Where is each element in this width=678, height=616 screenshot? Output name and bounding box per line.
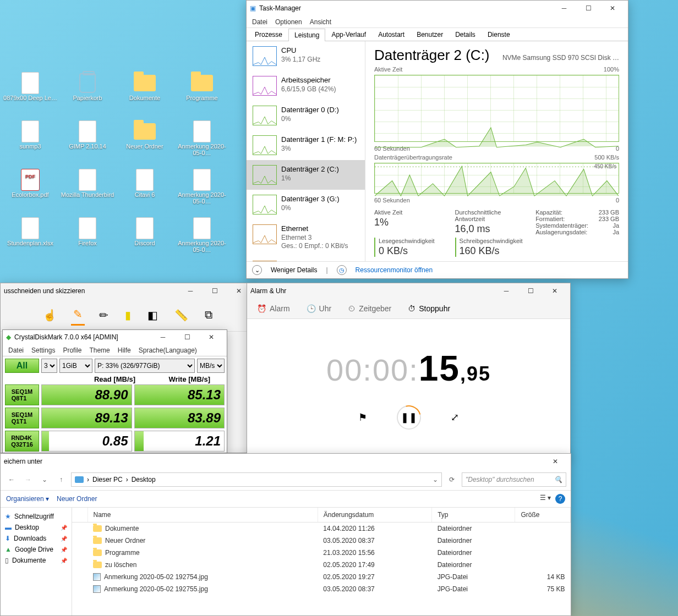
expand-button[interactable]: ⤢ bbox=[443, 405, 467, 430]
tab-details[interactable]: Details bbox=[449, 28, 482, 41]
close-button[interactable]: ✕ bbox=[543, 458, 567, 465]
run-all-button[interactable]: All bbox=[5, 359, 39, 373]
desktop-icon[interactable]: Neuer Ordner bbox=[117, 120, 172, 168]
menu-item[interactable]: Profile bbox=[63, 346, 81, 354]
maximize-button[interactable]: ☐ bbox=[518, 287, 543, 295]
sidebar-item[interactable]: Datenträger 3 (G:)0% bbox=[247, 190, 365, 219]
minimize-button[interactable]: ─ bbox=[178, 287, 203, 295]
pencil-icon[interactable]: ✏ bbox=[97, 305, 111, 325]
breadcrumb[interactable]: › Dieser PC › Desktop ⌄ bbox=[71, 472, 442, 487]
column-header[interactable]: Typ bbox=[432, 508, 515, 522]
breadcrumb-location[interactable]: Desktop bbox=[132, 476, 156, 483]
tab-uhr[interactable]: 🕒Uhr bbox=[307, 304, 332, 313]
file-row[interactable]: zu löschen02.05.2020 17:49Dateiordner bbox=[72, 559, 571, 571]
desktop-icon[interactable]: sunmp3 bbox=[3, 120, 58, 168]
menu-item[interactable]: Optionen bbox=[275, 18, 302, 26]
desktop-icon[interactable]: GIMP 2.10.14 bbox=[60, 120, 115, 168]
lap-flag-button[interactable]: ⚑ bbox=[351, 405, 375, 430]
file-row[interactable]: Programme21.03.2020 15:56Dateiordner bbox=[72, 547, 571, 559]
maximize-button[interactable]: ☐ bbox=[203, 287, 227, 295]
file-row[interactable]: Neuer Ordner03.05.2020 08:37Dateiordner bbox=[72, 535, 571, 547]
menu-item[interactable]: Ansicht bbox=[310, 18, 331, 26]
desktop-icon[interactable]: Ecolorbox.pdf bbox=[3, 168, 58, 217]
breadcrumb-pc[interactable]: Dieser PC bbox=[92, 476, 123, 483]
highlighter-icon[interactable]: ▮ bbox=[123, 305, 133, 325]
menu-item[interactable]: Hilfe bbox=[118, 346, 131, 354]
desktop-icon[interactable]: Firefox bbox=[60, 217, 115, 265]
file-row[interactable]: Anmerkung 2020-05-02 192754.jpg02.05.202… bbox=[72, 571, 571, 583]
save-titlebar[interactable]: eichern unter ✕ bbox=[1, 454, 571, 469]
desktop-icon[interactable]: Papierkorb bbox=[60, 72, 115, 120]
runs-select[interactable]: 3 bbox=[41, 359, 57, 373]
nav-item[interactable]: ▯Dokumente📌 bbox=[3, 555, 69, 566]
nav-item[interactable]: ⬇Downloads📌 bbox=[3, 533, 69, 544]
menu-item[interactable]: Sprache(Language) bbox=[139, 346, 197, 354]
maximize-button[interactable]: ☐ bbox=[576, 4, 600, 12]
column-header[interactable]: Name bbox=[88, 508, 318, 522]
new-folder-button[interactable]: Neuer Ordner bbox=[57, 495, 97, 503]
tab-dienste[interactable]: Dienste bbox=[482, 28, 516, 41]
column-header[interactable]: Änderungsdatum bbox=[318, 508, 431, 522]
desktop-icon[interactable]: Discord bbox=[117, 217, 172, 265]
unit-select[interactable]: MB/s bbox=[197, 359, 225, 373]
pen-icon[interactable]: ✎ bbox=[71, 304, 85, 326]
column-header[interactable]: Größe bbox=[515, 508, 571, 522]
sidebar-item[interactable]: Datenträger 1 (F: M: P:)3% bbox=[247, 130, 365, 160]
eraser-icon[interactable]: ◧ bbox=[145, 305, 160, 325]
desktop-icon[interactable]: Citavi 6 bbox=[117, 168, 172, 217]
tab-benutzer[interactable]: Benutzer bbox=[411, 28, 449, 41]
tab-autostart[interactable]: Autostart bbox=[372, 28, 411, 41]
resource-monitor-link[interactable]: Ressourcenmonitor öffnen bbox=[356, 266, 433, 274]
drive-select[interactable]: P: 33% (326/977GiB) bbox=[95, 359, 195, 373]
tab-app-verlauf[interactable]: App-Verlauf bbox=[325, 28, 372, 41]
desktop-icon[interactable]: Anmerkung 2020-05-0… bbox=[174, 168, 229, 217]
touch-write-icon[interactable]: ☝ bbox=[41, 305, 59, 325]
desktop-icon[interactable]: Programme bbox=[174, 72, 229, 120]
tab-prozesse[interactable]: Prozesse bbox=[249, 28, 288, 41]
up-button[interactable]: ↑ bbox=[54, 473, 68, 486]
desktop-icon[interactable]: Stundenplan.xlsx bbox=[3, 217, 58, 265]
search-input[interactable]: "Desktop" durchsuchen🔍 bbox=[462, 472, 566, 487]
maximize-button[interactable]: ☐ bbox=[175, 333, 199, 341]
forward-button[interactable]: → bbox=[21, 473, 35, 486]
breadcrumb-dropdown[interactable]: ⌄ bbox=[433, 476, 438, 483]
close-button[interactable]: ✕ bbox=[600, 4, 625, 12]
back-button[interactable]: ← bbox=[5, 473, 18, 486]
minimize-button[interactable]: ─ bbox=[151, 333, 175, 341]
desktop-icon[interactable]: Dokumente bbox=[117, 72, 172, 120]
taskmgr-titlebar[interactable]: ▣ Task-Manager ─ ☐ ✕ bbox=[247, 1, 628, 16]
nav-item[interactable]: ★Schnellzugriff bbox=[3, 511, 69, 522]
desktop-icon[interactable]: Anmerkung 2020-05-0… bbox=[174, 217, 229, 265]
tab-zeitgeber[interactable]: ⏲Zeitgeber bbox=[348, 304, 391, 313]
menu-item[interactable]: Settings bbox=[31, 346, 55, 354]
refresh-button[interactable]: ⟳ bbox=[445, 473, 458, 486]
file-row[interactable]: Dokumente14.04.2020 11:26Dateiordner bbox=[72, 522, 571, 535]
tab-alarm[interactable]: ⏰Alarm bbox=[257, 304, 290, 313]
menu-item[interactable]: Theme bbox=[89, 346, 110, 354]
sidebar-item[interactable]: Wi-Fi Direct bbox=[247, 256, 365, 261]
minimize-button[interactable]: ─ bbox=[494, 287, 518, 295]
chevron-down-icon[interactable]: ⌄ bbox=[252, 265, 262, 275]
desktop-icon[interactable]: Anmerkung 2020-05-0… bbox=[174, 120, 229, 168]
cdm-titlebar[interactable]: ◆ CrystalDiskMark 7.0.0 x64 [ADMIN] ─☐✕ bbox=[3, 330, 227, 345]
size-select[interactable]: 1GiB bbox=[59, 359, 92, 373]
desktop-icon[interactable]: Mozilla Thunderbird bbox=[60, 168, 115, 217]
sidebar-item[interactable]: Arbeitsspeicher6,6/15,9 GB (42%) bbox=[247, 71, 365, 101]
nav-item[interactable]: ▬Desktop📌 bbox=[3, 522, 69, 533]
recent-dropdown[interactable]: ⌄ bbox=[38, 473, 51, 486]
nav-item[interactable]: ▲Google Drive📌 bbox=[3, 544, 69, 555]
test-button[interactable]: RND4KQ32T16 bbox=[5, 431, 39, 452]
help-button[interactable]: ? bbox=[555, 494, 565, 504]
ruler-icon[interactable]: 📏 bbox=[172, 305, 190, 325]
sidebar-item[interactable]: Datenträger 0 (D:)0% bbox=[247, 101, 365, 130]
desktop-icon[interactable]: 0879x00 Deep Le… bbox=[3, 72, 58, 120]
test-button[interactable]: SEQ1MQ8T1 bbox=[5, 384, 39, 405]
crop-icon[interactable]: ⧉ bbox=[203, 305, 215, 324]
sidebar-item[interactable]: Datenträger 2 (C:)1% bbox=[247, 160, 365, 190]
menu-item[interactable]: Datei bbox=[252, 18, 267, 26]
file-row[interactable]: Anmerkung 2020-05-02 192755.jpg03.05.202… bbox=[72, 583, 571, 595]
minimize-button[interactable]: ─ bbox=[552, 4, 576, 12]
pause-button[interactable]: ❚❚ bbox=[397, 405, 421, 430]
organise-menu[interactable]: Organisieren ▾ bbox=[6, 495, 49, 503]
close-button[interactable]: ✕ bbox=[199, 333, 223, 341]
